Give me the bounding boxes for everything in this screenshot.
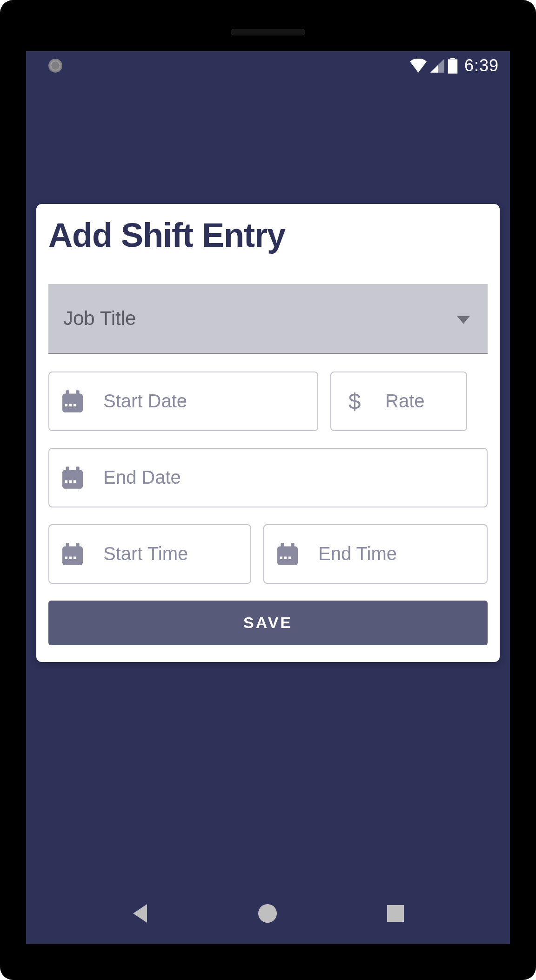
svg-rect-16 [66, 543, 69, 548]
back-icon[interactable] [132, 904, 148, 925]
end-date-placeholder: End Date [103, 467, 181, 488]
svg-rect-1 [450, 58, 455, 59]
wifi-icon [409, 59, 427, 73]
svg-rect-0 [448, 59, 457, 74]
screen: 6:39 Add Shift Entry Job Title [26, 51, 510, 944]
device-speaker [231, 29, 305, 35]
svg-text:$: $ [348, 390, 361, 412]
svg-rect-14 [74, 480, 76, 483]
end-time-field[interactable]: End Time [263, 524, 488, 584]
svg-rect-9 [62, 470, 83, 488]
svg-rect-22 [281, 543, 284, 548]
svg-rect-11 [76, 466, 79, 472]
svg-rect-26 [288, 556, 291, 559]
save-button[interactable]: SAVE [48, 601, 488, 645]
status-time: 6:39 [464, 56, 499, 75]
svg-rect-25 [284, 556, 287, 559]
add-shift-card: Add Shift Entry Job Title [36, 204, 500, 662]
calendar-icon [62, 390, 83, 412]
svg-rect-10 [66, 466, 69, 472]
svg-rect-24 [280, 556, 283, 559]
svg-rect-20 [74, 556, 76, 559]
svg-rect-5 [65, 404, 68, 406]
svg-rect-15 [62, 546, 83, 565]
svg-rect-17 [76, 543, 79, 548]
svg-rect-19 [69, 556, 72, 559]
svg-rect-12 [65, 480, 68, 483]
home-icon[interactable] [258, 904, 277, 925]
svg-rect-6 [69, 404, 72, 406]
system-navigation-bar [26, 893, 510, 935]
start-date-field[interactable]: Start Date [48, 372, 318, 431]
svg-rect-4 [76, 390, 79, 395]
svg-rect-2 [62, 393, 83, 412]
svg-rect-23 [291, 543, 294, 548]
page-title: Add Shift Entry [48, 218, 488, 253]
battery-icon [448, 58, 458, 74]
job-title-placeholder: Job Title [63, 307, 136, 330]
device-frame: 6:39 Add Shift Entry Job Title [0, 0, 536, 980]
calendar-icon [62, 543, 83, 565]
calendar-icon [277, 543, 298, 565]
loading-spinner-icon [48, 59, 62, 73]
cellular-signal-icon [430, 59, 445, 73]
calendar-icon [62, 466, 83, 489]
start-time-field[interactable]: Start Time [48, 524, 251, 584]
end-time-placeholder: End Time [318, 543, 397, 564]
svg-rect-7 [74, 404, 76, 406]
rate-placeholder: Rate [385, 391, 425, 412]
svg-rect-13 [69, 480, 72, 483]
status-bar: 6:39 [26, 51, 510, 80]
svg-rect-18 [65, 556, 68, 559]
svg-point-27 [258, 904, 277, 923]
start-date-placeholder: Start Date [103, 391, 187, 412]
svg-rect-28 [387, 905, 404, 922]
end-date-field[interactable]: End Date [48, 448, 488, 507]
dollar-icon: $ [344, 390, 365, 412]
device-bezel: 6:39 Add Shift Entry Job Title [10, 10, 526, 970]
recent-apps-icon[interactable] [387, 905, 404, 924]
rate-field[interactable]: $ Rate [330, 372, 467, 431]
chevron-down-icon [457, 316, 470, 326]
svg-rect-3 [66, 390, 69, 395]
job-title-dropdown[interactable]: Job Title [48, 284, 488, 354]
svg-rect-21 [277, 546, 298, 565]
start-time-placeholder: Start Time [103, 543, 188, 564]
